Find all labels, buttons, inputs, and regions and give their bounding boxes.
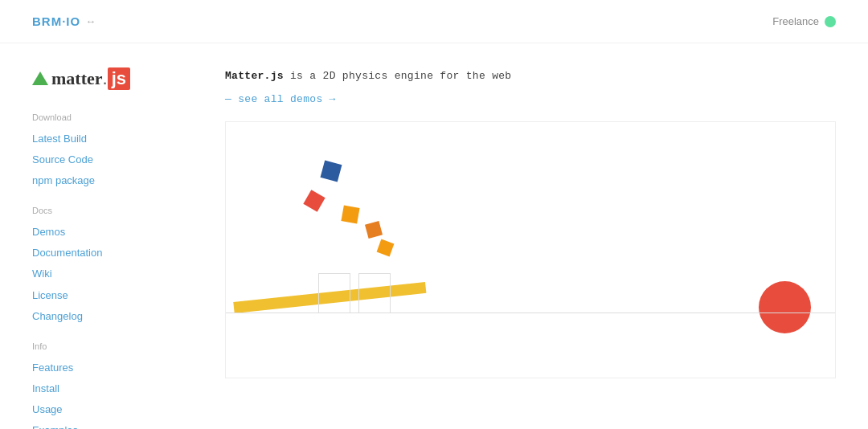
sidebar-link-2-0[interactable]: Features [32, 358, 193, 378]
physics-circle-red [759, 281, 811, 333]
physics-square-orange3 [377, 239, 395, 257]
matter-logo: matter . js [32, 67, 193, 90]
sidebar-link-1-4[interactable]: Changelog [32, 306, 193, 327]
physics-square-red [303, 190, 325, 211]
matter-logo-area: matter . js [32, 67, 193, 90]
description-text: Matter.js is a 2D physics engine for the… [225, 67, 836, 85]
sidebar-section-label-1: Docs [32, 206, 193, 215]
physics-ground-box2 [358, 273, 391, 313]
sidebar: matter . js DownloadLatest BuildSource C… [32, 67, 193, 429]
physics-square-orange2 [365, 221, 383, 239]
triangle-icon [32, 72, 48, 85]
matter-wordmark: matter [51, 68, 103, 89]
physics-ground-box1 [318, 273, 350, 313]
physics-ground-line [226, 313, 835, 313]
freelance-label: Freelance [772, 15, 819, 27]
demo-canvas [225, 121, 836, 378]
sidebar-link-2-2[interactable]: Usage [32, 399, 193, 420]
content-section: Matter.js is a 2D physics engine for the… [225, 67, 836, 429]
availability-dot [825, 16, 836, 27]
sidebar-link-1-0[interactable]: Demos [32, 222, 193, 243]
physics-square-blue [321, 161, 342, 182]
main-content: matter . js DownloadLatest BuildSource C… [0, 43, 868, 429]
sidebar-link-2-3[interactable]: Examples [32, 420, 193, 429]
sidebar-link-0-1[interactable]: Source Code [32, 149, 193, 170]
freelance-badge: Freelance [772, 15, 836, 27]
description-suffix: is a 2D physics engine for the web [284, 70, 512, 82]
sidebar-section-label-0: Download [32, 112, 193, 122]
matter-dot: . [103, 68, 108, 89]
physics-square-orange1 [341, 206, 359, 224]
sidebar-link-0-0[interactable]: Latest Build [32, 129, 193, 149]
sidebar-section-label-2: Info [32, 341, 193, 351]
sidebar-link-1-3[interactable]: License [32, 285, 193, 306]
page-header: BRM·IO ↔ Freelance [0, 0, 868, 43]
see-all-demos-link[interactable]: — see all demos → [225, 93, 836, 105]
site-logo[interactable]: BRM·IO ↔ [32, 14, 96, 28]
sidebar-nav: DownloadLatest BuildSource Codenpm packa… [32, 112, 193, 429]
js-badge: js [108, 67, 130, 90]
matter-highlight: Matter.js [225, 70, 284, 82]
logo-arrow: ↔ [85, 15, 96, 27]
sidebar-link-1-2[interactable]: Wiki [32, 264, 193, 284]
sidebar-link-0-2[interactable]: npm package [32, 170, 193, 191]
logo-text: BRM·IO [32, 14, 80, 28]
sidebar-link-2-1[interactable]: Install [32, 378, 193, 399]
sidebar-link-1-1[interactable]: Documentation [32, 243, 193, 264]
